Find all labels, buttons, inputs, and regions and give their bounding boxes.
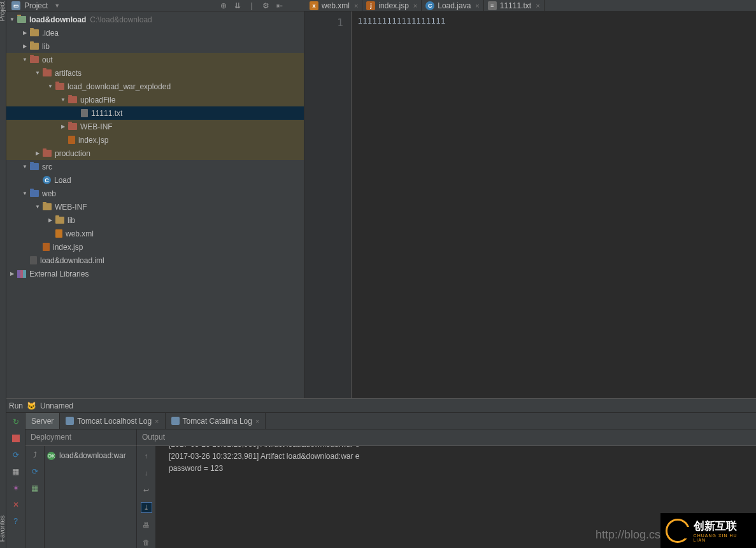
print-icon[interactable]: 🖶 [141, 519, 152, 530]
expand-arrow-icon[interactable]: ▶ [47, 217, 53, 223]
deploy-share-icon[interactable]: ⤴ [30, 450, 40, 460]
tab-label: 11111.txt [500, 1, 531, 10]
editor-code[interactable]: 111111111111111111 [352, 11, 756, 398]
scroll-down-icon[interactable]: ↓ [141, 467, 152, 478]
tree-item-load-download-iml[interactable]: load&download.iml [6, 254, 304, 267]
expand-arrow-icon[interactable]: ▼ [9, 17, 15, 22]
close-icon[interactable]: × [413, 2, 417, 10]
watermark-badge: 创新互联 CHUANG XIN HU LIAN [660, 513, 756, 548]
expand-arrow-icon[interactable]: ▼ [34, 204, 41, 210]
expand-arrow-icon[interactable]: ▶ [60, 124, 66, 129]
expand-arrow-icon[interactable]: ▼ [60, 97, 66, 103]
tree-item-artifacts[interactable]: ▼artifacts [6, 66, 304, 80]
hide-icon[interactable]: ⇤ [275, 1, 284, 10]
deploy-settings-icon[interactable]: ▦ [30, 483, 40, 493]
tree-item-uploadfile[interactable]: ▼uploadFile [6, 93, 304, 106]
output-actions-column: ↑ ↓ ↩ ⤓ 🖶 🗑 [137, 446, 156, 548]
run-tab-label: Server [31, 417, 53, 426]
tomcat-icon [171, 417, 180, 425]
tree-item-web-xml[interactable]: web.xml [6, 227, 304, 240]
tree-label: out [42, 55, 53, 64]
expand-arrow-icon[interactable]: ▼ [47, 83, 53, 89]
code-line: 111111111111111111 [358, 17, 756, 25]
tree-item-lib[interactable]: ▶lib [6, 213, 304, 227]
target-icon[interactable]: ⊕ [219, 1, 228, 10]
tab-label: index.jsp [378, 1, 408, 10]
rail-project-label[interactable]: Project [0, 1, 6, 21]
debug-icon[interactable]: ✶ [11, 483, 21, 493]
refresh-icon[interactable]: ⟳ [11, 450, 21, 460]
tree-item-web-inf[interactable]: ▼WEB-INF [6, 200, 304, 213]
project-tool-label[interactable]: ▭ Project ▼ [11, 1, 111, 10]
close-icon[interactable]: × [475, 2, 479, 10]
editor-area: 1 111111111111111111 [304, 11, 756, 398]
expand-arrow-icon[interactable]: ▼ [34, 70, 41, 76]
tree-item-src[interactable]: ▼src [6, 160, 304, 173]
layout-icon[interactable]: ▦ [11, 466, 21, 477]
tree-external-libraries[interactable]: ▶ External Libraries [6, 267, 304, 280]
deployment-item[interactable]: OK load&download:war [47, 451, 134, 460]
tree-item-lib[interactable]: ▶lib [6, 40, 304, 53]
tab-label: Load.java [438, 1, 471, 10]
expand-arrow-icon[interactable]: ▶ [22, 43, 28, 49]
soft-wrap-icon[interactable]: ↩ [141, 485, 152, 496]
tab-11111-txt[interactable]: ≡ 11111.txt × [484, 0, 545, 11]
close-icon[interactable]: × [255, 417, 259, 425]
close-run-icon[interactable]: ✕ [11, 500, 21, 510]
rail-favorites-label[interactable]: Favorites [0, 516, 6, 542]
deploy-refresh-icon[interactable]: ⟳ [30, 466, 40, 477]
tomcat-run-icon: 🐱 [27, 401, 36, 410]
project-label-text: Project [24, 1, 48, 10]
expand-arrow-icon[interactable]: ▼ [22, 164, 28, 169]
run-tab-server[interactable]: Server [25, 413, 60, 429]
tree-item-icon [30, 163, 39, 170]
help-icon[interactable]: ? [11, 516, 21, 526]
tree-item-index-jsp[interactable]: index.jsp [6, 240, 304, 254]
expand-arrow-icon[interactable]: ▼ [22, 191, 28, 196]
clear-icon[interactable]: 🗑 [141, 537, 152, 548]
tab-load-java[interactable]: C Load.java × [422, 0, 483, 11]
scroll-up-icon[interactable]: ↑ [141, 450, 152, 461]
java-icon: C [425, 1, 434, 10]
expand-arrow-icon[interactable]: ▼ [22, 57, 28, 62]
tree-item--idea[interactable]: ▶.idea [6, 26, 304, 40]
run-tab-localhost-log[interactable]: Tomcat Localhost Log × [60, 413, 165, 429]
tree-item-icon: C [43, 176, 51, 184]
scroll-to-end-icon[interactable]: ⤓ [141, 502, 152, 513]
close-icon[interactable]: × [155, 417, 159, 425]
rerun-icon[interactable]: ↻ [11, 417, 21, 427]
close-icon[interactable]: × [354, 2, 358, 10]
txt-icon: ≡ [488, 1, 497, 10]
tree-item-web-inf[interactable]: ▶WEB-INF [6, 120, 304, 133]
tab-index-jsp[interactable]: j index.jsp × [362, 0, 422, 11]
gear-icon[interactable]: ⚙ [261, 1, 270, 10]
run-tab-catalina-log[interactable]: Tomcat Catalina Log × [166, 413, 266, 429]
jsp-icon: j [366, 1, 375, 10]
project-dropdown-icon[interactable]: ▼ [54, 3, 60, 9]
tree-item-icon [68, 123, 77, 130]
tab-web-xml[interactable]: x web.xml × [306, 0, 362, 11]
collapse-icon[interactable]: ⇊ [233, 1, 242, 10]
tree-label: WEB-INF [80, 122, 113, 131]
console-line: [2017-03-26 10:32:23,980] Artifact load&… [169, 446, 743, 451]
tree-item-icon [30, 56, 39, 63]
tree-item-load[interactable]: CLoad [6, 173, 304, 187]
deployment-header: Deployment [25, 429, 137, 446]
run-tab-label: Tomcat Catalina Log [183, 417, 252, 426]
tree-label: src [42, 162, 52, 171]
tree-item-load-download-war-exploded[interactable]: ▼load_download_war_exploded [6, 80, 304, 93]
tree-item-out[interactable]: ▼out [6, 53, 304, 66]
tree-item-web[interactable]: ▼web [6, 187, 304, 200]
stop-button[interactable] [11, 433, 21, 443]
tree-label: load&download.iml [40, 256, 104, 265]
console-line: password = 123 [169, 463, 743, 475]
expand-arrow-icon[interactable]: ▶ [34, 150, 41, 156]
tree-root[interactable]: ▼ load&download C:\load&download [6, 13, 304, 26]
tree-item-index-jsp[interactable]: index.jsp [6, 133, 304, 147]
module-icon [17, 16, 26, 23]
tree-item-11111-txt[interactable]: 11111.txt [6, 106, 304, 120]
close-icon[interactable]: × [536, 2, 539, 10]
expand-arrow-icon[interactable]: ▶ [22, 30, 28, 36]
expand-arrow-icon[interactable]: ▶ [9, 271, 15, 277]
tree-item-production[interactable]: ▶production [6, 147, 304, 160]
